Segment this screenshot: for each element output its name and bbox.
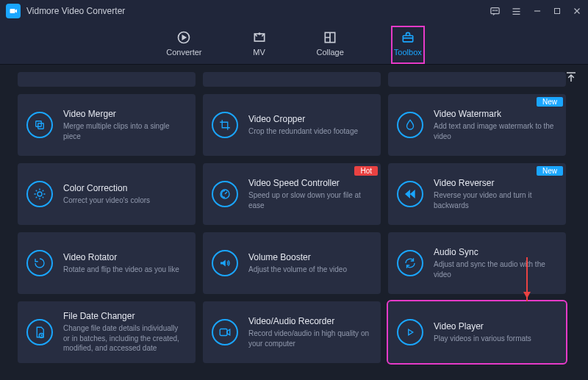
card-video-reverser[interactable]: Video ReverserReverse your video and tur… [388,163,566,225]
close-icon[interactable] [572,6,582,16]
svg-point-4 [497,10,498,10]
card-video-player[interactable]: Video PlayerPlay videos in various forma… [388,301,566,363]
layers-icon [26,112,53,138]
card-title: File Date Changer [63,311,185,321]
card-text: Video ReverserReverse your video and tur… [434,178,556,210]
card-title: Video Reverser [434,178,556,188]
file-clock-icon [26,319,53,345]
svg-point-13 [37,192,42,196]
card-desc: Reverse your video and turn it backwards [434,190,556,210]
card-text: Video/Audio RecorderRecord video/audio i… [248,316,370,348]
record-icon [212,319,238,345]
svg-point-3 [495,10,495,10]
menu-icon[interactable] [511,6,522,17]
badge-new: New [537,97,563,107]
feedback-icon[interactable] [490,6,501,17]
svg-rect-11 [36,121,42,127]
card-video-cropper[interactable]: Video CropperCrop the redundant video fo… [203,94,381,156]
svg-rect-12 [38,123,44,129]
card-text: Video CropperCrop the redundant video fo… [248,114,358,137]
card-title: Video Speed Controller [248,178,370,188]
sync-icon [397,250,423,276]
card-text: Video RotatorRotate and flip the video a… [63,252,179,275]
window-controls [490,6,582,17]
crop-icon [212,112,238,138]
card-color-correction[interactable]: Color CorrectionCorrect your video's col… [18,163,196,225]
card-text: Video WatermarkAdd text and image waterm… [434,109,556,141]
card-desc: Play videos in various formats [434,334,531,344]
partial-card[interactable] [203,72,381,87]
svg-point-8 [259,33,260,35]
main-tabs: ConverterMVCollageToolbox [0,22,588,65]
rotate-icon [26,250,53,276]
card-desc: Record video/audio in high quality on yo… [248,329,370,348]
svg-rect-5 [555,9,560,14]
card-title: Video Watermark [434,109,556,119]
titlebar: Vidmore Video Converter [0,0,588,22]
card-title: Audio Sync [434,247,556,257]
card-desc: Crop the redundant video footage [248,126,358,137]
minimize-icon[interactable] [532,6,542,16]
tab-mv[interactable]: MV [249,26,270,64]
svg-point-2 [493,10,494,10]
card-title: Video Merger [63,109,185,119]
card-desc: Adjust the volume of the video [248,265,347,275]
card-title: Video Player [434,321,531,331]
card-video-speed[interactable]: Video Speed ControllerSpeed up or slow d… [203,163,381,225]
sun-icon [26,181,53,207]
tab-converter[interactable]: Converter [163,26,204,64]
card-desc: Rotate and flip the video as you like [63,265,179,275]
partial-card[interactable] [18,72,196,87]
card-text: Color CorrectionCorrect your video's col… [63,183,150,206]
card-desc: Correct your video's colors [63,196,150,206]
card-text: File Date ChangerChange file date detail… [63,311,185,354]
card-text: Volume BoosterAdjust the volume of the v… [248,252,347,275]
card-video-merger[interactable]: Video MergerMerge multiple clips into a … [18,94,196,156]
tab-label: MV [253,48,265,57]
card-desc: Add text and image watermark to the vide… [434,121,556,141]
card-av-recorder[interactable]: Video/Audio RecorderRecord video/audio i… [203,301,381,363]
tab-toolbox[interactable]: Toolbox [391,26,425,64]
card-title: Video/Audio Recorder [248,316,370,326]
card-video-watermark[interactable]: Video WatermarkAdd text and image waterm… [388,94,566,156]
card-file-date[interactable]: File Date ChangerChange file date detail… [18,301,196,363]
svg-rect-16 [220,329,227,336]
speed-icon [212,181,238,207]
tab-label: Converter [166,48,201,57]
card-title: Video Cropper [248,114,358,124]
card-desc: Adjust and sync the audio with the video [434,259,556,279]
app-logo [6,4,21,18]
app-title: Vidmore Video Converter [26,6,125,16]
card-desc: Change file date details individually or… [63,323,185,354]
card-text: Video MergerMerge multiple clips into a … [63,109,185,141]
card-audio-sync[interactable]: Audio SyncAdjust and sync the audio with… [388,232,566,294]
annotation-arrow [526,257,528,301]
badge-new: New [537,166,563,176]
card-volume-booster[interactable]: Volume BoosterAdjust the volume of the v… [203,232,381,294]
card-title: Video Rotator [63,252,179,262]
tab-label: Collage [317,48,344,57]
play-icon [397,319,423,345]
volume-icon [212,250,238,276]
card-desc: Speed up or slow down your file at ease [248,190,370,210]
tab-collage[interactable]: Collage [314,26,347,64]
card-title: Volume Booster [248,252,347,262]
tool-grid: Video MergerMerge multiple clips into a … [18,72,566,363]
partial-card[interactable] [388,72,566,87]
card-text: Video Speed ControllerSpeed up or slow d… [248,178,370,210]
svg-rect-0 [10,9,15,13]
badge-hot: Hot [354,166,378,176]
card-text: Audio SyncAdjust and sync the audio with… [434,247,556,279]
tab-label: Toolbox [394,48,422,57]
card-desc: Merge multiple clips into a single piece [63,121,185,141]
card-video-rotator[interactable]: Video RotatorRotate and flip the video a… [18,232,196,294]
card-text: Video PlayerPlay videos in various forma… [434,321,531,344]
drop-icon [397,112,423,138]
rewind-icon [397,181,423,207]
card-title: Color Correction [63,183,150,193]
maximize-icon[interactable] [553,7,562,15]
toolbox-pane: Video MergerMerge multiple clips into a … [0,65,588,380]
